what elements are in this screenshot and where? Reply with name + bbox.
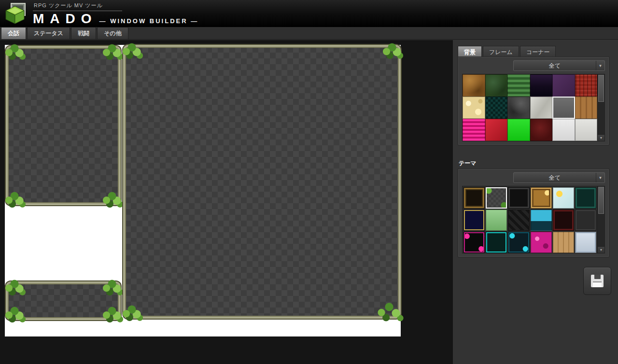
chevron-down-icon: ▼ [596, 173, 604, 182]
background-swatch[interactable] [530, 119, 553, 141]
tab-status[interactable]: ステータス [27, 27, 70, 39]
background-swatch[interactable] [507, 74, 530, 97]
background-swatch[interactable] [530, 74, 553, 97]
scroll-down-icon: ▼ [600, 136, 603, 140]
plant-corner-icon [3, 191, 26, 208]
preview-window-tall-left[interactable] [6, 46, 121, 205]
theme-thumb[interactable] [464, 232, 485, 253]
side-panel: 背景 フレーム コーナー 全て ▼ [453, 40, 618, 364]
plant-corner-icon [121, 305, 143, 321]
mado-window-builder-app: RPG ツクール MV ツール MADO — WINDOW BUILDER — … [0, 0, 618, 364]
background-swatch[interactable] [530, 97, 553, 119]
preview-canvas [5, 45, 401, 336]
preview-pane [0, 40, 453, 364]
theme-thumb[interactable] [553, 232, 574, 253]
title-block: RPG ツクール MV ツール MADO — WINDOW BUILDER — [33, 1, 198, 26]
background-swatch[interactable] [507, 119, 530, 141]
theme-section-label: テーマ [459, 159, 477, 168]
plant-corner-icon [381, 42, 403, 59]
scrollbar-thumb[interactable] [598, 75, 604, 102]
background-list: ▼ [462, 74, 605, 141]
background-grid [463, 74, 597, 141]
theme-thumb[interactable] [531, 187, 552, 209]
background-swatch[interactable] [485, 119, 508, 141]
plant-corner-icon [3, 43, 26, 60]
theme-filter-value: 全て [514, 173, 596, 182]
plant-corner-icon [3, 279, 26, 295]
preview-window-message[interactable] [123, 45, 401, 319]
background-swatch[interactable] [463, 74, 485, 97]
app-tagline: — WINDOW BUILDER — [99, 17, 199, 25]
background-swatch[interactable] [575, 119, 598, 141]
plant-corner-icon [101, 279, 123, 295]
mado-logo-icon [4, 2, 27, 25]
save-button[interactable] [583, 267, 611, 295]
plant-corner-icon [374, 300, 405, 322]
background-swatch[interactable] [485, 74, 508, 97]
background-filter-dropdown[interactable]: 全て ▼ [513, 60, 605, 71]
app-subtitle: RPG ツクール MV ツール [33, 1, 122, 11]
theme-thumb[interactable] [575, 187, 596, 209]
theme-thumb[interactable] [486, 210, 507, 231]
chevron-down-icon: ▼ [596, 61, 604, 70]
header: RPG ツクール MV ツール MADO — WINDOW BUILDER — [0, 0, 618, 27]
theme-thumb[interactable] [486, 232, 507, 253]
tab-battle[interactable]: 戦闘 [71, 27, 96, 39]
background-filter-value: 全て [514, 61, 596, 70]
save-floppy-icon [591, 275, 604, 287]
tab-other[interactable]: その他 [97, 27, 128, 39]
scrollbar-thumb[interactable] [598, 187, 604, 214]
theme-thumb[interactable] [508, 210, 529, 231]
theme-thumb[interactable] [464, 187, 485, 209]
theme-list-scrollbar[interactable]: ▼ [597, 186, 604, 253]
theme-thumb[interactable] [553, 210, 574, 231]
scroll-down-icon: ▼ [600, 248, 603, 252]
app-title: MADO [33, 12, 98, 26]
theme-grid [463, 186, 597, 253]
plant-corner-icon [101, 43, 123, 60]
theme-thumb[interactable] [464, 210, 485, 231]
background-swatch[interactable] [552, 74, 575, 97]
theme-thumb-selected[interactable] [486, 187, 507, 209]
background-panel: 全て ▼ [458, 56, 609, 145]
plant-corner-icon [101, 306, 123, 322]
background-swatch[interactable] [575, 74, 598, 97]
theme-thumb[interactable] [531, 232, 552, 253]
plant-corner-icon [121, 42, 143, 59]
scroll-down-button[interactable]: ▼ [598, 134, 604, 141]
background-swatch[interactable] [463, 119, 485, 141]
background-swatch[interactable] [552, 119, 575, 141]
background-swatch-selected[interactable] [552, 97, 575, 119]
main-tab-bar: 会話 ステータス 戦闘 その他 [0, 27, 618, 40]
theme-thumb[interactable] [508, 187, 529, 209]
tab-conversation[interactable]: 会話 [1, 27, 26, 39]
theme-list: ▼ [462, 186, 605, 253]
theme-thumb[interactable] [575, 232, 596, 253]
preview-window-small-left[interactable] [6, 281, 121, 320]
plant-corner-icon [3, 306, 26, 322]
theme-thumb[interactable] [553, 187, 574, 209]
theme-thumb[interactable] [531, 210, 552, 231]
theme-panel: 全て ▼ [458, 168, 609, 257]
background-swatch[interactable] [485, 97, 508, 119]
theme-thumb[interactable] [575, 210, 596, 231]
background-swatch[interactable] [463, 97, 485, 119]
scroll-down-button[interactable]: ▼ [598, 246, 604, 253]
plant-corner-icon [101, 191, 123, 208]
background-swatch[interactable] [575, 97, 598, 119]
background-swatch[interactable] [507, 97, 530, 119]
background-list-scrollbar[interactable]: ▼ [597, 74, 604, 141]
theme-thumb[interactable] [508, 232, 529, 253]
theme-filter-dropdown[interactable]: 全て ▼ [513, 172, 605, 183]
